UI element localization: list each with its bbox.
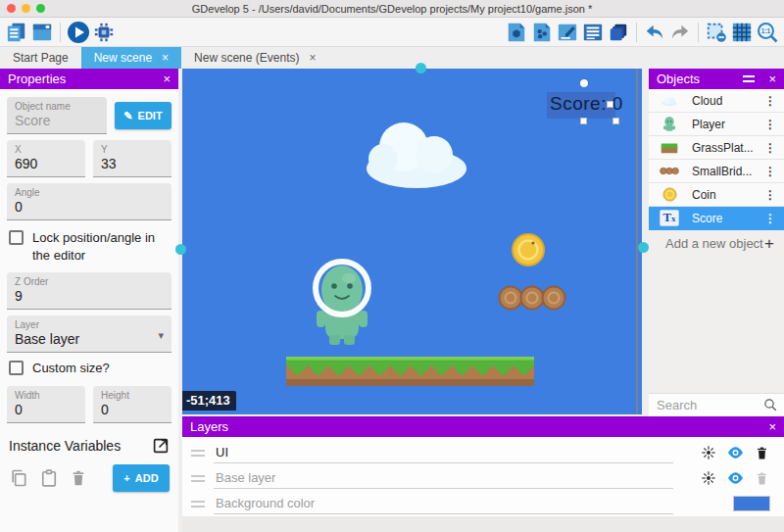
add-variable-button[interactable]: + ADD — [113, 464, 170, 492]
panel-resize-handle-right[interactable] — [638, 242, 649, 253]
custom-size-label: Custom size? — [32, 360, 110, 377]
overflow-menu-icon[interactable]: ⋮ — [764, 165, 776, 178]
layer-row-ui[interactable]: UI — [182, 440, 784, 465]
undo-icon[interactable] — [642, 21, 667, 44]
filter-icon[interactable] — [743, 75, 755, 82]
rotate-handle[interactable] — [580, 79, 588, 87]
resize-handle-right[interactable] — [607, 101, 613, 108]
y-position-field[interactable]: Y 33 — [93, 140, 172, 177]
clear-selection-icon[interactable] — [704, 21, 729, 44]
layers-stack-icon[interactable] — [606, 21, 631, 44]
object-row-grassplatform[interactable]: GrassPlat... ⋮ — [649, 136, 784, 160]
zoom-ratio-icon[interactable]: 1:1 — [755, 21, 780, 44]
panel-resize-handle-top[interactable] — [416, 63, 426, 73]
layer-row-background[interactable]: Background color — [182, 491, 784, 516]
object-label: SmallBrid... — [692, 165, 752, 178]
grid-icon[interactable] — [729, 21, 755, 44]
object-row-smallbridge[interactable]: SmallBrid... ⋮ — [649, 160, 784, 183]
grass-platform-object-icon — [660, 140, 679, 156]
properties-title: Properties — [8, 72, 66, 86]
background-color-swatch[interactable] — [733, 496, 770, 511]
pencil-icon: ✎ — [123, 110, 132, 122]
object-row-coin[interactable]: Coin ⋮ — [649, 183, 784, 207]
object-groups-icon[interactable] — [529, 21, 555, 44]
overflow-menu-icon[interactable]: ⋮ — [764, 118, 776, 131]
object-label: GrassPlat... — [692, 141, 754, 155]
x-position-field[interactable]: X 690 — [7, 140, 85, 177]
paste-icon[interactable] — [39, 468, 59, 488]
tab-label: New scene — [94, 51, 152, 65]
add-new-object-row[interactable]: Add a new object + — [649, 230, 784, 257]
overflow-menu-icon[interactable]: ⋮ — [764, 212, 776, 225]
maximize-window-button[interactable] — [36, 4, 45, 13]
angle-field[interactable]: Angle 0 — [7, 183, 172, 220]
width-field[interactable]: Width 0 — [7, 386, 85, 423]
instances-list-icon[interactable] — [580, 21, 606, 44]
scene-properties-icon[interactable] — [504, 21, 529, 44]
open-in-new-icon[interactable] — [152, 437, 170, 455]
close-icon[interactable]: × — [768, 419, 776, 434]
tab-close-icon[interactable]: × — [162, 51, 169, 65]
field-label: Layer — [15, 319, 164, 330]
close-icon[interactable]: × — [163, 72, 171, 86]
overflow-menu-icon[interactable]: ⋮ — [764, 94, 776, 108]
overflow-menu-icon[interactable]: ⋮ — [764, 188, 776, 202]
layer-visibility-icon[interactable] — [726, 469, 744, 487]
object-row-score[interactable]: Tx Score ⋮ — [649, 207, 784, 230]
field-value: 33 — [101, 156, 164, 171]
custom-size-checkbox[interactable] — [9, 361, 24, 375]
edit-scene-icon[interactable] — [555, 21, 580, 44]
redo-icon[interactable] — [667, 21, 693, 44]
panel-resize-handle-left[interactable] — [175, 244, 186, 255]
object-label: Player — [692, 118, 725, 131]
close-icon[interactable]: × — [768, 72, 776, 86]
field-value: Base layer — [15, 331, 164, 347]
field-value: 690 — [15, 156, 77, 171]
debugger-icon[interactable] — [91, 21, 117, 44]
overflow-menu-icon[interactable]: ⋮ — [764, 141, 776, 155]
delete-variable-icon[interactable] — [70, 468, 87, 488]
z-order-field[interactable]: Z Order 9 — [7, 272, 172, 310]
edit-object-button[interactable]: ✎ EDIT — [115, 102, 172, 129]
object-row-player[interactable]: Player ⋮ — [649, 113, 784, 136]
layer-name-input[interactable]: UI — [214, 442, 673, 463]
tab-start-page[interactable]: Start Page — [0, 47, 81, 69]
tab-new-scene-events[interactable]: New scene (Events) × — [181, 47, 328, 69]
preview-play-icon[interactable] — [66, 21, 91, 44]
scene-canvas[interactable]: Score: 0 -51;413 — [182, 69, 642, 414]
tab-new-scene[interactable]: New scene × — [81, 47, 181, 69]
layer-visibility-icon[interactable] — [726, 444, 744, 461]
objects-empty-area — [649, 257, 784, 393]
minimize-window-button[interactable] — [22, 4, 30, 13]
lock-position-label: Lock position/angle in the editor — [32, 229, 170, 264]
layer-select[interactable]: Layer Base layer ▾ — [7, 315, 172, 353]
height-field[interactable]: Height 0 — [93, 386, 172, 423]
field-label: Width — [15, 390, 77, 401]
toolbar-separator — [698, 23, 699, 42]
layer-effects-icon[interactable] — [700, 469, 717, 487]
delete-layer-icon[interactable] — [753, 444, 770, 461]
drag-handle-icon[interactable] — [191, 450, 205, 457]
field-label: Angle — [15, 187, 164, 198]
field-value: 0 — [15, 402, 77, 417]
lock-position-checkbox[interactable] — [9, 230, 24, 245]
layer-name-input[interactable]: Base layer — [214, 467, 673, 489]
instance-variables-title: Instance Variables — [9, 438, 121, 454]
tab-close-icon[interactable]: × — [309, 51, 316, 65]
coin-object-icon — [660, 187, 679, 203]
resize-handle-bottom[interactable] — [580, 118, 587, 124]
drag-handle-icon[interactable] — [191, 501, 205, 508]
canvas-scrollbar[interactable] — [636, 69, 638, 414]
object-row-cloud[interactable]: Cloud ⋮ — [649, 89, 784, 113]
drag-handle-icon[interactable] — [191, 475, 205, 482]
layer-effects-icon[interactable] — [700, 444, 717, 461]
start-page-window-icon[interactable] — [29, 21, 55, 44]
close-window-button[interactable] — [7, 4, 16, 13]
resize-handle-corner[interactable] — [612, 118, 619, 124]
small-bridge-instance — [500, 287, 565, 310]
field-label: Y — [101, 144, 164, 155]
project-manager-icon[interactable] — [4, 21, 29, 44]
copy-icon[interactable] — [9, 468, 28, 488]
cursor-coordinates: -51;413 — [182, 391, 236, 411]
layer-row-base[interactable]: Base layer — [182, 465, 784, 491]
